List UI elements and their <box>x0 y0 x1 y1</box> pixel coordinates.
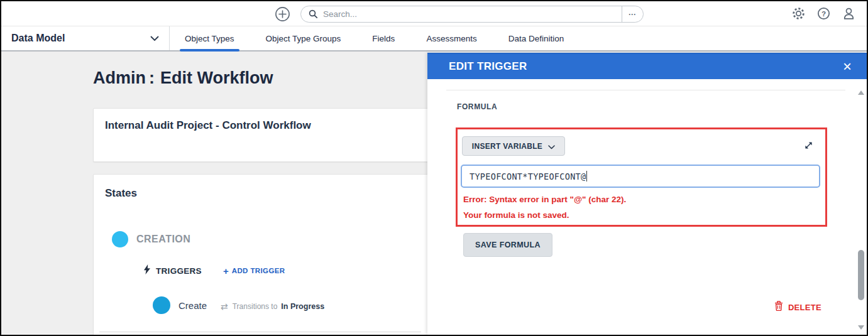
trigger-create-dot[interactable] <box>153 296 170 314</box>
panel-scrollbar[interactable] <box>857 85 865 331</box>
delete-trigger-button[interactable]: DELETE <box>774 301 821 313</box>
transition-label: Transitions to <box>233 302 278 311</box>
triggers-heading: TRIGGERS <box>156 266 202 276</box>
scroll-up-arrow[interactable] <box>858 90 864 95</box>
state-creation-label[interactable]: CREATION <box>136 234 190 245</box>
search-bar: ••• <box>300 6 644 23</box>
nav-bar: Data Model Object Types Object Type Grou… <box>1 26 867 51</box>
scrollbar-thumb[interactable] <box>858 250 864 300</box>
formula-error-message: Error: Syntax error in part "@" (char 22… <box>463 195 626 204</box>
help-icon[interactable]: ? <box>817 7 830 20</box>
delete-label: DELETE <box>788 303 821 312</box>
save-formula-button[interactable]: SAVE FORMULA <box>463 233 552 257</box>
plus-icon: + <box>223 266 229 276</box>
formula-input[interactable]: TYPEOFCONT*TYPEOFCONT@ <box>461 165 820 188</box>
tab-object-type-groups[interactable]: Object Type Groups <box>265 33 343 45</box>
insert-variable-button[interactable]: INSERT VARIABLE <box>462 136 565 156</box>
formula-not-saved-message: Your formula is not saved. <box>463 210 569 220</box>
top-right-icons: ? <box>792 7 855 20</box>
lightning-icon <box>143 264 151 277</box>
chevron-down-icon <box>548 141 555 152</box>
data-model-dropdown-label: Data Model <box>11 33 65 44</box>
page-title-prefix: Admin <box>93 68 146 87</box>
tab-data-definition[interactable]: Data Definition <box>507 33 566 45</box>
edit-trigger-header: EDIT TRIGGER × <box>427 53 867 79</box>
insert-variable-label: INSERT VARIABLE <box>472 142 542 151</box>
transition-info: ⇄ Transitions to In Progress <box>221 301 324 312</box>
scroll-down-arrow[interactable] <box>858 325 864 330</box>
user-icon[interactable] <box>842 7 855 20</box>
nav-tabs: Object Types Object Type Groups Fields A… <box>184 26 565 50</box>
close-icon[interactable]: × <box>840 59 854 74</box>
add-trigger-button[interactable]: + ADD TRIGGER <box>223 266 285 276</box>
page-title: Admin:Edit Workflow <box>93 68 273 88</box>
formula-error-highlight-box: INSERT VARIABLE TYPEOFCONT*TYP <box>456 127 827 227</box>
app-window: ••• ? <box>0 0 868 336</box>
formula-value: TYPEOFCONT*TYPEOFCONT@ <box>470 171 586 182</box>
top-bar: ••• ? <box>1 1 867 26</box>
text-caret <box>586 171 587 182</box>
gear-icon[interactable] <box>792 7 805 20</box>
transition-target: In Progress <box>281 302 324 311</box>
states-card: States CREATION TRIGGERS + ADD TRIGGER C… <box>93 174 429 336</box>
expand-icon[interactable] <box>803 140 814 151</box>
add-trigger-label: ADD TRIGGER <box>232 267 285 274</box>
transition-arrows-icon: ⇄ <box>221 301 228 312</box>
panel-divider <box>446 90 845 90</box>
tab-fields[interactable]: Fields <box>371 33 396 45</box>
page-title-text: Edit Workflow <box>160 68 273 87</box>
search-input[interactable] <box>318 9 622 19</box>
chevron-down-icon <box>150 36 159 41</box>
formula-label: FORMULA <box>457 102 497 111</box>
trigger-create-label[interactable]: Create <box>179 300 207 311</box>
save-formula-label: SAVE FORMULA <box>475 241 541 249</box>
search-icon <box>309 9 318 19</box>
page-title-separator: : <box>149 68 155 87</box>
edit-trigger-panel: EDIT TRIGGER × FORMULA INSERT VARIABLE <box>427 53 867 335</box>
edit-trigger-body: FORMULA INSERT VARIABLE <box>427 79 867 335</box>
workflow-card: Internal Audit Project - Control Workflo… <box>93 108 429 162</box>
help-glyph: ? <box>821 9 826 18</box>
triggers-row: TRIGGERS + ADD TRIGGER <box>143 264 285 277</box>
states-card-divider <box>99 332 421 332</box>
data-model-dropdown[interactable]: Data Model <box>1 26 170 50</box>
workflow-name: Internal Audit Project - Control Workflo… <box>105 119 311 132</box>
tab-assessments[interactable]: Assessments <box>425 33 478 45</box>
tab-object-types[interactable]: Object Types <box>184 33 236 45</box>
trash-icon <box>774 301 783 313</box>
edit-trigger-title: EDIT TRIGGER <box>449 60 527 73</box>
search-options-button[interactable]: ••• <box>622 6 643 22</box>
state-creation-dot[interactable] <box>112 231 128 247</box>
add-icon[interactable] <box>275 6 290 22</box>
states-heading: States <box>105 187 137 200</box>
